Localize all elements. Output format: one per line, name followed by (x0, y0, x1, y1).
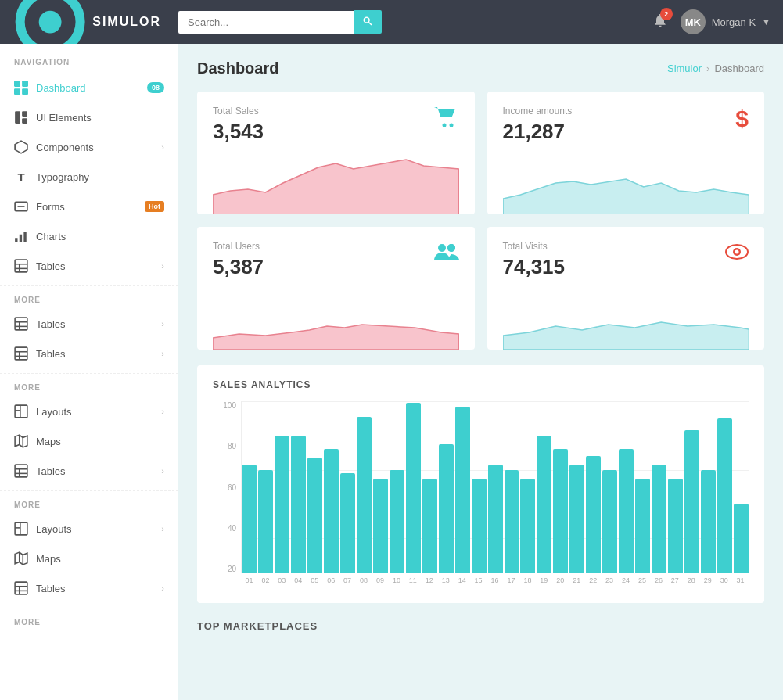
bar-05 (307, 458, 322, 573)
sidebar-item-ui-elements[interactable]: UI Elements (0, 102, 178, 132)
svg-rect-35 (15, 465, 27, 477)
forms-icon (14, 199, 28, 214)
sidebar-label-typography: Typography (36, 171, 164, 183)
bar-29 (701, 470, 716, 573)
breadcrumb-separator: › (706, 63, 709, 74)
x-label-29: 29 (699, 576, 716, 584)
bar-21 (569, 465, 584, 573)
y-label-80: 80 (228, 442, 236, 451)
x-label-05: 05 (307, 576, 323, 584)
search-button[interactable] (354, 10, 382, 34)
sidebar-item-typography[interactable]: T Typography (0, 162, 178, 192)
x-label-09: 09 (372, 576, 389, 584)
chart-total-visits (503, 287, 749, 350)
svg-marker-56 (213, 325, 459, 350)
svg-line-3 (368, 22, 372, 25)
tables3-icon (14, 346, 28, 361)
sidebar-item-charts[interactable]: Charts (0, 221, 178, 251)
bar-23 (602, 470, 617, 573)
layouts1-icon (14, 404, 28, 418)
svg-rect-5 (22, 81, 28, 87)
x-label-22: 22 (585, 576, 602, 584)
layouts2-chevron: › (161, 524, 164, 533)
svg-marker-32 (15, 435, 27, 447)
divider-3 (0, 490, 178, 491)
notification-badge: 2 (660, 8, 673, 20)
breadcrumb-root[interactable]: Simulor (667, 63, 702, 74)
sidebar-item-tables5[interactable]: Tables › (0, 573, 178, 603)
tables4-chevron: › (161, 466, 164, 476)
analytics-card: SALES ANALYTICS 100 80 60 40 20 (197, 365, 764, 603)
sidebar-item-tables3[interactable]: Tables › (0, 339, 178, 368)
bar-08 (357, 417, 372, 573)
tables2-icon (14, 317, 28, 331)
tables5-chevron: › (161, 583, 164, 593)
y-axis: 100 80 60 40 20 (213, 401, 241, 573)
bar-chart-wrap: 100 80 60 40 20 (213, 401, 749, 589)
ui-elements-icon (14, 110, 28, 124)
x-label-26: 26 (650, 576, 666, 584)
tables-chevron: › (161, 261, 164, 271)
bar-04 (291, 436, 306, 573)
notification-bell[interactable]: 2 (652, 13, 668, 31)
bar-20 (553, 449, 568, 573)
bar-01 (242, 465, 257, 573)
bar-02 (258, 470, 273, 573)
sidebar-item-forms[interactable]: Forms Hot (0, 192, 178, 221)
bar-17 (505, 470, 519, 573)
x-label-27: 27 (666, 576, 683, 584)
sidebar-item-tables2[interactable]: Tables › (0, 309, 178, 339)
bar-26 (652, 465, 666, 573)
main-content: Dashboard Simulor › Dashboard Total Sale… (178, 44, 783, 700)
users-icon (434, 241, 459, 266)
sidebar-item-components[interactable]: Components › (0, 132, 178, 162)
nav-label: NAVIGATION (0, 44, 178, 73)
sidebar-label-tables: Tables (36, 260, 153, 272)
breadcrumb: Simulor › Dashboard (667, 63, 764, 74)
more-label-1: MORE (0, 291, 178, 309)
sidebar-item-maps1[interactable]: Maps (0, 426, 178, 456)
search-wrap (178, 10, 382, 34)
y-label-60: 60 (228, 483, 236, 492)
sidebar-item-maps2[interactable]: Maps (0, 544, 178, 573)
sidebar-label-components: Components (36, 142, 153, 153)
x-label-17: 17 (503, 576, 519, 584)
x-label-18: 18 (519, 576, 536, 584)
more-label-4: MORE (0, 613, 178, 631)
x-label-30: 30 (716, 576, 732, 584)
x-label-11: 11 (404, 576, 421, 584)
stat-card-header-total-users: Total Users 5,387 (213, 241, 459, 279)
user-menu[interactable]: MK Morgan K ▼ (681, 9, 770, 34)
topbar: SIMULOR 2 MK Morgan K ▼ (0, 0, 783, 44)
bar-22 (586, 456, 601, 573)
stat-label-total-users: Total Users (213, 241, 264, 252)
svg-point-2 (364, 17, 369, 23)
sidebar-item-layouts1[interactable]: Layouts › (0, 397, 178, 426)
stat-value-income: 21,287 (503, 120, 573, 144)
logo-text: SIMULOR (92, 15, 161, 29)
bars-container (241, 401, 749, 573)
bar-18 (520, 479, 535, 573)
sidebar-label-tables3: Tables (36, 348, 153, 360)
search-input[interactable] (178, 11, 354, 34)
sidebar-label-maps1: Maps (36, 436, 164, 447)
layouts1-chevron: › (161, 407, 164, 416)
x-label-23: 23 (602, 576, 618, 584)
sidebar-item-layouts2[interactable]: Layouts › (0, 514, 178, 544)
typography-icon: T (14, 170, 28, 184)
grid-line-100 (242, 401, 749, 402)
sidebar-item-tables4[interactable]: Tables › (0, 456, 178, 486)
sidebar-item-dashboard[interactable]: Dashboard 08 (0, 73, 178, 102)
svg-point-49 (442, 124, 446, 127)
sidebar-label-dashboard: Dashboard (36, 82, 139, 94)
bar-24 (619, 449, 634, 573)
topbar-right: 2 MK Morgan K ▼ (652, 9, 770, 34)
x-axis: 0102030405060708091011121314151617181920… (213, 576, 749, 584)
x-label-08: 08 (356, 576, 372, 584)
tables4-icon (14, 464, 28, 478)
sidebar-item-tables[interactable]: Tables › (0, 251, 178, 281)
sidebar-label-layouts2: Layouts (36, 523, 153, 535)
top-marketplaces-title: TOP MARKETPLACES (197, 620, 318, 632)
bar-15 (472, 479, 487, 573)
chart-total-users (213, 287, 459, 350)
